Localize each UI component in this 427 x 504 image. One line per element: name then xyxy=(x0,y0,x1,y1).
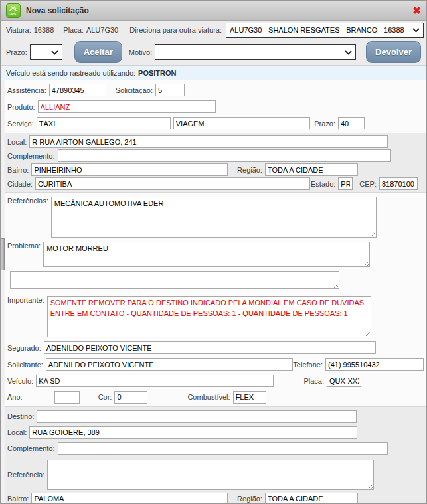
segurado-input[interactable] xyxy=(44,341,376,354)
destination-section: Destino: Local: Complemento: Referência:… xyxy=(1,406,426,504)
destino-local-row: Local: xyxy=(1,424,426,440)
segurado-row: Segurado: xyxy=(1,339,426,356)
title-bar: GPS Nova solicitação ✖ xyxy=(1,1,426,21)
scrollbar-thumb[interactable] xyxy=(1,238,5,270)
veiculo-label: Veículo: xyxy=(7,377,33,385)
prazo-input[interactable] xyxy=(338,117,365,129)
ano-input[interactable] xyxy=(54,391,80,404)
extra-notes-textarea[interactable] xyxy=(10,271,339,289)
solicitante-row: Solicitante: Telefone: xyxy=(1,356,426,373)
chevron-down-icon xyxy=(412,26,420,34)
problema-textarea[interactable]: MOTOR MORREU xyxy=(43,242,370,267)
destino-referencia-label: Referência: xyxy=(7,471,44,479)
cep-input[interactable] xyxy=(379,177,418,190)
servico-tipo-input[interactable] xyxy=(173,117,310,129)
svg-text:GPS: GPS xyxy=(9,12,17,16)
local-input[interactable] xyxy=(29,135,388,148)
destino-row: Destino: xyxy=(1,408,426,424)
destino-complemento-row: Complemento: xyxy=(1,440,426,456)
chevron-down-icon xyxy=(345,48,352,56)
motivo-label: Motivo: xyxy=(129,48,152,56)
direciona-label: Direciona para outra viatura: xyxy=(129,26,222,34)
viatura-label: Viatura: xyxy=(6,26,31,34)
importante-row: Importante: SOMENTE REMOVER PARA O DESTI… xyxy=(1,294,426,339)
assistencia-input[interactable] xyxy=(49,84,106,96)
assistencia-label: Assistência: xyxy=(7,86,46,94)
estado-input[interactable] xyxy=(338,177,353,190)
importante-label: Importante: xyxy=(7,296,44,304)
destino-local-input[interactable] xyxy=(29,426,357,439)
vehicle-info-row: Viatura: 16388 Placa: ALU7G30 Direciona … xyxy=(1,21,426,39)
prazo-toolbar-label: Prazo: xyxy=(6,48,27,56)
devolver-button[interactable]: Devolver xyxy=(366,41,421,63)
destino-referencia-row: Referência: xyxy=(1,456,426,491)
prazo-select[interactable] xyxy=(30,44,62,60)
cep-label: CEP: xyxy=(359,180,377,188)
chevron-down-icon xyxy=(51,48,58,56)
destino-input[interactable] xyxy=(37,410,357,423)
regiao-label: Região: xyxy=(237,166,262,174)
request-section: Assistência: Solicitação: Produto: Servi… xyxy=(1,80,426,133)
details-section: Referências: MECÂNICA AUTOMOTIVA EDER Pr… xyxy=(1,193,426,292)
complemento-row: Complemento: xyxy=(1,149,426,163)
referencias-row: Referências: MECÂNICA AUTOMOTIVA EDER xyxy=(1,195,426,240)
solicitante-input[interactable] xyxy=(46,358,293,371)
placa-field-label: Placa: xyxy=(303,377,324,385)
direciona-select-value: ALU7G30 - SHALON RESGATES - BRANCO - 163… xyxy=(230,26,410,34)
destino-local-label: Local: xyxy=(7,428,27,436)
destino-label: Destino: xyxy=(7,412,34,420)
placa-label: Placa: xyxy=(63,26,84,34)
destino-complemento-label: Complemento: xyxy=(7,444,55,452)
action-row: Prazo: Aceitar Motivo: Devolver xyxy=(1,39,426,66)
estado-label: Estado: xyxy=(311,180,335,188)
solicitacao-input[interactable] xyxy=(155,84,185,96)
complemento-label: Complemento: xyxy=(7,152,55,160)
destino-bairro-input[interactable] xyxy=(31,493,228,504)
gps-app-icon: GPS xyxy=(6,3,21,18)
veiculo-row: Veículo: Placa: xyxy=(1,373,426,389)
destino-complemento-input[interactable] xyxy=(58,442,388,455)
aceitar-button[interactable]: Aceitar xyxy=(74,41,122,63)
referencias-textarea[interactable]: MECÂNICA AUTOMOTIVA EDER xyxy=(51,197,377,238)
solicitacao-label: Solicitação: xyxy=(116,86,153,94)
bairro-input[interactable] xyxy=(31,163,228,176)
destino-bairro-label: Bairro: xyxy=(7,495,29,503)
problema-label: Problema: xyxy=(7,242,41,250)
produto-input[interactable] xyxy=(38,100,216,113)
problema-row: Problema: MOTOR MORREU xyxy=(1,240,426,269)
cidade-row: Cidade: Estado: CEP: xyxy=(1,177,426,191)
regiao-input[interactable] xyxy=(265,163,358,176)
combustivel-input[interactable] xyxy=(233,391,266,404)
cidade-input[interactable] xyxy=(35,177,310,190)
bairro-label: Bairro: xyxy=(7,166,29,174)
cidade-label: Cidade: xyxy=(7,180,33,188)
ano-label: Ano: xyxy=(7,393,23,401)
left-scrollbar[interactable] xyxy=(1,80,5,504)
cor-input[interactable] xyxy=(114,391,147,404)
extra-notes-row xyxy=(1,269,426,290)
veiculo-input[interactable] xyxy=(36,375,274,387)
complemento-input[interactable] xyxy=(58,149,391,162)
motivo-select[interactable] xyxy=(155,44,356,60)
origin-address-section: Local: Complemento: Bairro: Região: Cida… xyxy=(1,133,426,193)
tracking-text: Veículo está sendo rastreado utilizando: xyxy=(6,69,135,77)
destino-bairro-row: Bairro: Região: xyxy=(1,491,426,504)
direciona-select[interactable]: ALU7G30 - SHALON RESGATES - BRANCO - 163… xyxy=(226,23,424,38)
bairro-row: Bairro: Região: xyxy=(1,163,426,177)
importante-textarea[interactable]: SOMENTE REMOVER PARA O DESTINO INDICADO … xyxy=(47,296,371,337)
telefone-input[interactable] xyxy=(325,358,424,371)
cor-label: Cor: xyxy=(98,393,112,401)
dialog-window: GPS Nova solicitação ✖ Viatura: 16388 Pl… xyxy=(0,0,427,504)
servico-input[interactable] xyxy=(37,117,171,129)
destino-regiao-input[interactable] xyxy=(265,493,358,504)
placa-input[interactable] xyxy=(327,375,361,387)
servico-label: Serviço: xyxy=(7,120,34,127)
produto-row: Produto: xyxy=(1,98,426,115)
destino-regiao-label: Região: xyxy=(237,495,262,503)
produto-label: Produto: xyxy=(7,103,35,111)
segurado-label: Segurado: xyxy=(7,344,41,352)
servico-row: Serviço: Prazo: xyxy=(1,115,426,131)
destino-referencia-textarea[interactable] xyxy=(47,460,374,490)
close-icon[interactable]: ✖ xyxy=(412,5,421,15)
combustivel-label: Combustível: xyxy=(187,393,230,401)
